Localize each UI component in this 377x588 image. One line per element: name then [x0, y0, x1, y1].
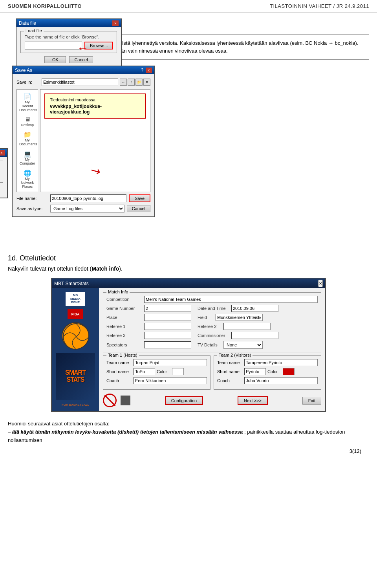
dialog3-body: Load file Type the name of file or click…: [0, 157, 7, 198]
dialog1-group-label: Load file: [24, 28, 44, 33]
sidebar-documents[interactable]: 📁 My Documents: [18, 129, 36, 148]
dialog2-saveastype-select[interactable]: Game Log files: [50, 205, 124, 212]
back-icon[interactable]: ←: [120, 79, 127, 86]
dialog2-close-button[interactable]: ×: [146, 68, 152, 73]
network-icon: 🌐: [19, 169, 35, 177]
game-number-row: Game Number Date and Time: [106, 305, 318, 312]
team1-coach-input[interactable]: [134, 377, 207, 384]
place-input[interactable]: [144, 314, 191, 321]
tv-details-label: TV Details: [198, 343, 221, 347]
team2-coach-label: Coach: [217, 378, 243, 383]
up-icon[interactable]: ↑: [128, 79, 135, 86]
dialog2-toolbar: ? ×: [141, 68, 152, 73]
field-input[interactable]: [216, 314, 263, 321]
dialog1-instruction-row: Type the name of file or click "Browse".: [25, 35, 113, 39]
team2-short-input[interactable]: [244, 368, 266, 375]
sidebar-network[interactable]: 🌐 My Network Places: [18, 168, 36, 190]
dialog1-file-input[interactable]: [25, 42, 82, 49]
dialog3-load-group: Load file Type the name of file or click…: [0, 161, 3, 183]
dialog2-filename-label: File name:: [16, 196, 48, 201]
sidebar-recent-label: My Recent Documents: [19, 100, 37, 112]
team1-short-label: Short name: [106, 369, 132, 374]
sidebar-desktop[interactable]: 🖥 Desktop: [18, 114, 36, 128]
dialog1-ok-button[interactable]: OK: [44, 56, 66, 63]
team1-coach-row: Coach: [106, 377, 207, 384]
dialog1-cancel-button[interactable]: Cancel: [69, 56, 93, 63]
commissioner-input[interactable]: [231, 332, 278, 339]
dialog1-close-button[interactable]: ×: [112, 20, 119, 26]
dialog2-title: Save As: [15, 68, 32, 73]
dialog2-nav-icons: ← ↑ 📁 ≡: [120, 79, 150, 86]
section-1d-title: 1d. Ottelutiedot: [8, 254, 369, 262]
team1-short-input[interactable]: [134, 368, 155, 375]
smartstats-dialog: MBT SmartStats × MBMEDIABENE FIBA: [51, 278, 326, 412]
dialog2-main-area: 📄 My Recent Documents 🖥 Desktop 📁 My Doc…: [16, 89, 150, 192]
referee3-input[interactable]: [144, 332, 191, 339]
referee3-label: Referee 3: [106, 333, 142, 338]
mb-logo: MBMEDIABENE: [66, 292, 85, 306]
team2-name-label: Team name: [217, 360, 243, 365]
smartstats-close-button[interactable]: ×: [318, 280, 323, 287]
smartstats-title-bar: MBT SmartStats ×: [52, 278, 325, 288]
referee2-input[interactable]: [223, 323, 271, 330]
tv-details-select[interactable]: None: [223, 341, 263, 349]
next-button[interactable]: Next >>>: [238, 396, 268, 405]
team2-color-box[interactable]: [283, 368, 295, 375]
sidebar-recent[interactable]: 📄 My Recent Documents: [18, 91, 36, 114]
team2-name-input[interactable]: [244, 359, 318, 366]
no-diskette-icon: [103, 394, 117, 407]
dialog1-input-row: Browse...: [25, 42, 113, 49]
team1-name-label: Team name: [106, 360, 132, 365]
new-folder-icon[interactable]: 📁: [135, 79, 143, 86]
section-1d-subtitle: Näkyviin tulevat nyt ottelun tiedot (Mat…: [8, 266, 369, 272]
smartstats-brand-text: SMARTSTATS: [65, 369, 86, 383]
dialog2-title-bar: Save As ? ×: [13, 66, 154, 74]
dialog2-cancel-button[interactable]: Cancel: [127, 205, 150, 212]
config-button[interactable]: Configuration: [165, 396, 203, 405]
bottom-text: Huomioi seuraavat asiat ottelutietojen o…: [8, 420, 369, 444]
recent-icon: 📄: [19, 93, 35, 100]
competition-input[interactable]: [144, 296, 318, 303]
team1-name-input[interactable]: [134, 359, 207, 366]
sidebar-computer-label: My Computer: [20, 158, 35, 165]
sidebar-computer[interactable]: 💻 My Computer: [18, 148, 36, 167]
dialog2-saveastype-row: Save as type: Game Log files Cancel: [16, 205, 150, 212]
dialog1-title-bar: Data file ×: [16, 19, 121, 27]
match-info-label: Match Info: [106, 289, 130, 294]
smartstats-bottom-buttons: Configuration Next >>> Exit: [103, 394, 321, 407]
date-time-input[interactable]: [231, 305, 278, 312]
team2-coach-input[interactable]: [244, 377, 318, 384]
referee1-input[interactable]: [144, 323, 191, 330]
team2-group-label: Team 2 (Visitors): [217, 353, 253, 357]
referee2-label: Referee 2: [198, 324, 221, 329]
dialog1-instruction: Type the name of file or click "Browse".: [25, 35, 113, 39]
exit-button[interactable]: Exit: [302, 397, 321, 405]
dialog1-load-group: Load file Type the name of file or click…: [20, 31, 117, 53]
dialog2-filename-input[interactable]: [50, 194, 126, 202]
spectators-label: Spectators: [106, 343, 142, 347]
top-section: ↓ Data file × Load file Type the name of…: [8, 18, 369, 246]
arrow-down-icon: ↓: [77, 46, 90, 52]
referee1-row: Referee 1 Referee 2: [106, 323, 318, 330]
header-right: TILASTOINNIN VAIHEET / JR 24.9.2011: [270, 3, 369, 9]
documents-icon: 📁: [19, 131, 35, 138]
dialog3-close-button[interactable]: ×: [0, 150, 5, 156]
dialog2-savein-dropdown[interactable]: Esimerkkitilastot: [42, 78, 118, 86]
team1-color-box[interactable]: [172, 368, 184, 375]
dialog3-title-bar: Data file ×: [0, 149, 7, 157]
dialog2-savein-value: Esimerkkitilastot: [43, 80, 74, 84]
smartstats-title-text: MBT SmartStats: [54, 281, 89, 286]
dialog2-body: Save in: Esimerkkitilastot ← ↑ 📁 ≡: [13, 74, 154, 216]
for-basketball-text: FOR BASKETBALL: [62, 403, 89, 407]
dialog1-button-row: OK Cancel: [20, 56, 117, 63]
main-content: ↓ Data file × Load file Type the name of…: [0, 13, 377, 460]
view-icon[interactable]: ≡: [143, 79, 150, 86]
floppy-disk-icon[interactable]: [121, 396, 130, 405]
spectators-row: Spectators TV Details None: [106, 341, 318, 349]
mb-logo-text: MBMEDIABENE: [70, 294, 81, 304]
spectators-input[interactable]: [144, 341, 191, 348]
team2-color-label: Color: [267, 369, 281, 374]
dialog2-save-button[interactable]: Save: [129, 194, 150, 202]
game-number-input[interactable]: [144, 305, 191, 312]
dialog1-body: Load file Type the name of file or click…: [16, 27, 121, 67]
